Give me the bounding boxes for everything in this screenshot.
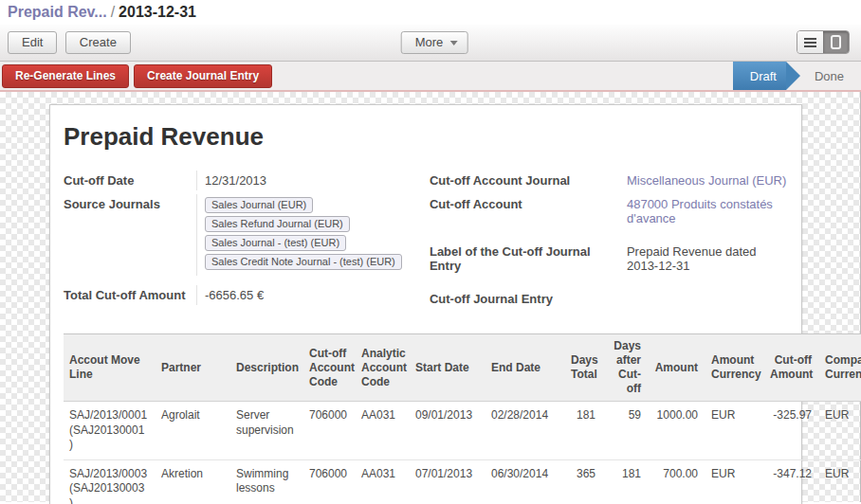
col-analytic-account-code[interactable]: Analytic Account Code [356,334,410,402]
col-end-date[interactable]: End Date [485,334,565,402]
toolbar: Edit Create More [0,25,861,62]
table-cell[interactable]: EUR [705,402,764,460]
col-days-total[interactable]: Days Total [565,334,603,402]
content-area: Prepaid Revenue Cut-off Date 12/31/2013 … [0,92,861,502]
col-start-date[interactable]: Start Date [410,334,485,402]
table-cell[interactable]: 07/01/2013 [410,459,485,504]
create-button[interactable]: Create [65,31,131,54]
entry-label-value: Prepaid Revenue dated 2013-12-31 [619,242,788,276]
cutoff-date-label: Cut-off Date [64,171,196,190]
field-source-journals: Source Journals Sales Journal (EUR)Sales… [64,194,430,276]
table-cell[interactable]: Agrolait [156,402,230,460]
field-cutoff-account: Cut-off Account 487000 Produits constaté… [430,194,788,228]
entry-label-label: Label of the Cut-off Journal Entry [430,242,619,276]
field-cutoff-account-journal: Cut-off Account Journal Miscellaneous Jo… [430,171,788,190]
col-cutoff-amount[interactable]: Cut-off Amount [764,334,819,402]
table-cell[interactable]: Server supervision [230,402,303,460]
table-cell[interactable]: 02/28/2014 [485,402,565,460]
list-icon [804,38,816,47]
table-cell[interactable]: -325.97 [764,402,819,460]
cutoff-account-label: Cut-off Account [430,194,619,228]
status-done[interactable]: Done [801,62,861,90]
table-cell[interactable]: 1000.00 [649,402,705,460]
field-cutoff-journal-entry: Cut-off Journal Entry [430,289,788,309]
col-cutoff-account-code[interactable]: Cut-off Account Code [303,334,356,402]
source-journals-value: Sales Journal (EUR)Sales Refund Journal … [196,194,430,276]
table-cell[interactable]: 706000 [303,459,356,504]
journal-tag[interactable]: Sales Refund Journal (EUR) [205,216,350,232]
field-total-cutoff-amount: Total Cut-off Amount -6656.65 € [64,285,430,305]
journal-tag[interactable]: Sales Journal (EUR) [205,197,313,213]
breadcrumb-current: 2013-12-31 [119,4,196,20]
source-journals-label: Source Journals [64,194,196,276]
breadcrumb: Prepaid Rev.../2013-12-31 [0,0,861,25]
table-cell[interactable]: AA031 [356,459,410,504]
table-cell[interactable]: 06/30/2014 [485,459,565,504]
status-draft[interactable]: Draft [733,62,786,90]
cutoff-lines-table-wrap: Accout Move Line Partner Description Cut… [64,333,852,504]
form-group-right: Cut-off Account Journal Miscellaneous Jo… [430,171,788,313]
col-description[interactable]: Description [230,334,303,402]
table-cell[interactable]: 181 [603,459,649,504]
cutoff-date-value[interactable]: 12/31/2013 [196,171,430,190]
col-company-currency[interactable]: Company Currency [819,334,861,402]
regenerate-lines-button[interactable]: Re-Generate Lines [2,64,129,88]
source-journals-tags: Sales Journal (EUR)Sales Refund Journal … [205,197,403,268]
table-cell[interactable]: SAJ/2013/0003 (SAJ20130003) [64,459,156,504]
cutoff-account-value[interactable]: 487000 Produits constatés d'avance [619,194,788,228]
journal-tag[interactable]: Sales Credit Note Journal - (test) (EUR) [205,254,402,270]
create-journal-entry-button[interactable]: Create Journal Entry [134,64,272,88]
action-bar: Re-Generate Lines Create Journal Entry D… [0,62,861,92]
table-header-row: Accout Move Line Partner Description Cut… [64,334,861,402]
table-row[interactable]: SAJ/2013/0001 (SAJ20130001)AgrolaitServe… [64,402,861,460]
statusbar: Draft Done [733,62,861,90]
table-cell[interactable]: 09/01/2013 [410,402,485,460]
table-cell[interactable]: 706000 [303,402,356,460]
form-group-left: Cut-off Date 12/31/2013 Source Journals … [64,171,430,313]
table-cell[interactable]: AA031 [356,402,410,460]
table-cell[interactable]: 181 [565,402,603,460]
field-entry-label: Label of the Cut-off Journal Entry Prepa… [430,242,788,276]
form-columns: Cut-off Date 12/31/2013 Source Journals … [64,171,788,313]
more-button[interactable]: More [401,31,468,54]
table-row[interactable]: SAJ/2013/0003 (SAJ20130003)AkretionSwimm… [64,459,861,504]
view-switcher [797,30,850,54]
table-cell[interactable]: SAJ/2013/0001 (SAJ20130001) [64,402,156,460]
table-cell[interactable]: EUR [705,459,764,504]
breadcrumb-parent[interactable]: Prepaid Rev... [8,4,107,20]
list-view-button[interactable] [797,31,823,53]
edit-button[interactable]: Edit [8,31,57,54]
cutoff-lines-table: Accout Move Line Partner Description Cut… [64,333,861,504]
more-button-label: More [415,35,444,49]
total-cutoff-amount-value: -6656.65 € [196,285,430,305]
cutoff-lines-tbody: SAJ/2013/0001 (SAJ20130001)AgrolaitServe… [64,402,861,504]
col-amount[interactable]: Amount [649,334,705,402]
table-cell[interactable]: 59 [603,402,649,460]
table-cell[interactable]: -347.12 [764,459,819,504]
table-cell[interactable]: 365 [565,459,603,504]
cutoff-account-journal-label: Cut-off Account Journal [430,171,619,190]
journal-tag[interactable]: Sales Journal - (test) (EUR) [205,235,346,251]
page-title: Prepaid Revenue [64,122,788,152]
form-view-button[interactable] [823,31,849,53]
table-cell[interactable]: EUR [819,402,861,460]
table-cell[interactable]: Swimming lessons [230,459,303,504]
total-cutoff-amount-label: Total Cut-off Amount [64,285,196,305]
table-cell[interactable]: EUR [819,459,861,504]
table-cell[interactable]: Akretion [156,459,230,504]
col-partner[interactable]: Partner [156,334,230,402]
form-sheet: Prepaid Revenue Cut-off Date 12/31/2013 … [49,104,802,504]
col-days-after-cutoff[interactable]: Days after Cut-off [603,334,649,402]
form-icon [831,35,841,49]
cutoff-account-journal-value[interactable]: Miscellaneous Journal (EUR) [619,171,788,190]
cutoff-journal-entry-value [619,289,788,309]
table-cell[interactable]: 700.00 [649,459,705,504]
field-cutoff-date: Cut-off Date 12/31/2013 [64,171,430,190]
col-amount-currency[interactable]: Amount Currency [705,334,764,402]
breadcrumb-separator: / [107,4,119,20]
col-account-move-line[interactable]: Accout Move Line [64,334,156,402]
cutoff-journal-entry-label: Cut-off Journal Entry [430,289,619,309]
caret-down-icon [449,41,457,45]
